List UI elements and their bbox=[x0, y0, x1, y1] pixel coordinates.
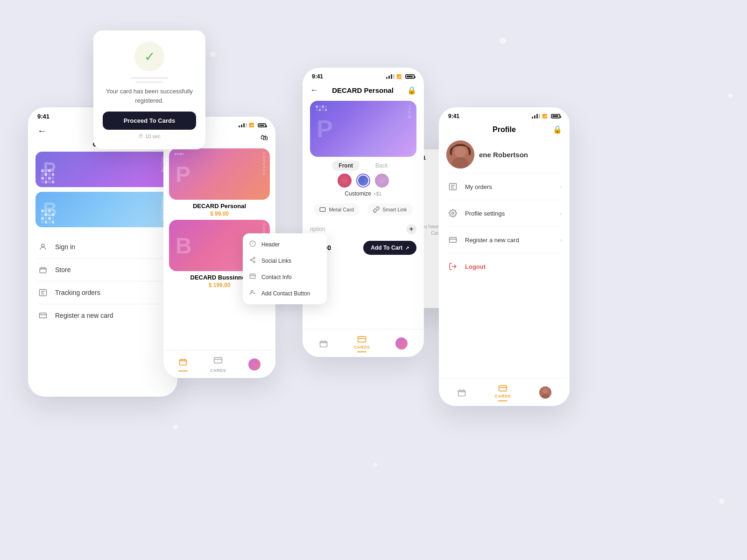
ctx-header[interactable]: Header bbox=[243, 236, 327, 252]
ctx-social-label: Social Links bbox=[261, 258, 291, 264]
cards-nav-dot-3 bbox=[357, 351, 366, 352]
social-icon bbox=[249, 257, 257, 265]
success-message: Your card has been successfully register… bbox=[103, 87, 196, 105]
success-popup: ✓ Your card has been successfully regist… bbox=[93, 30, 205, 149]
checkmark-icon: ✓ bbox=[144, 49, 155, 64]
cards-nav-label-5: CARDS bbox=[495, 394, 511, 399]
smart-link-btn[interactable]: Smart Link bbox=[367, 203, 413, 216]
nav-profile-2[interactable] bbox=[248, 358, 261, 371]
status-icons-3: 📶 bbox=[386, 74, 415, 79]
nav-avatar-2 bbox=[248, 358, 261, 371]
ctx-social[interactable]: Social Links bbox=[243, 252, 327, 269]
add-description-btn[interactable]: + bbox=[406, 224, 416, 234]
card-preview-3: P ISSIE bbox=[310, 101, 416, 157]
nav-store-5[interactable] bbox=[457, 388, 466, 397]
nav-avatar-area-5[interactable] bbox=[539, 386, 551, 399]
profile-my-orders[interactable]: My orders › bbox=[439, 174, 570, 200]
nav-cards-5[interactable]: CARDS bbox=[495, 384, 511, 401]
battery-icon-3 bbox=[405, 74, 415, 79]
svg-rect-33 bbox=[450, 238, 457, 243]
signal-icon-3 bbox=[386, 74, 395, 79]
profile-register-card[interactable]: Register a new card › bbox=[439, 227, 570, 253]
svg-rect-20 bbox=[320, 208, 326, 211]
ctx-contact[interactable]: Contact Info bbox=[243, 269, 327, 285]
clock-icon: ⏱ bbox=[138, 133, 143, 139]
back-button[interactable]: Back bbox=[369, 161, 395, 171]
menu-item-tracking[interactable]: Tracking orders › bbox=[28, 281, 177, 304]
nav-store[interactable] bbox=[178, 357, 188, 371]
ctx-add-contact-label: Add Contact Button bbox=[261, 290, 310, 297]
register-label: Register a new card bbox=[55, 312, 113, 319]
time-3: 9:41 bbox=[312, 73, 323, 80]
tracking-icon bbox=[37, 287, 49, 298]
register-card-icon-5 bbox=[446, 233, 459, 246]
proceed-cards-button[interactable]: Proceed To Cards bbox=[103, 112, 196, 130]
signin-label: Sign in bbox=[55, 243, 75, 251]
svg-rect-22 bbox=[358, 336, 366, 342]
cart-arrow-icon: ↗ bbox=[405, 245, 409, 251]
back-button-3[interactable]: ← bbox=[310, 85, 318, 95]
menu-item-signin[interactable]: Sign in › bbox=[28, 236, 177, 258]
menu-item-register[interactable]: Register a new card › bbox=[28, 304, 177, 327]
svg-point-29 bbox=[455, 146, 466, 157]
back-button-1[interactable]: ← bbox=[37, 126, 47, 136]
header-icon bbox=[249, 240, 257, 248]
ctx-contact-label: Contact Info bbox=[261, 274, 292, 280]
svg-point-13 bbox=[254, 261, 255, 263]
tracking-label: Tracking orders bbox=[55, 289, 100, 296]
svg-rect-16 bbox=[250, 274, 255, 278]
profile-avatar-area: ene Robertson bbox=[439, 136, 570, 173]
status-bar-5: 9:41 📶 bbox=[439, 107, 570, 121]
svg-point-40 bbox=[543, 389, 548, 393]
card-item-cameron[interactable]: B CAMERON bbox=[35, 192, 170, 227]
decard-title: DECARD Personal bbox=[318, 86, 407, 94]
menu-item-store[interactable]: Store › bbox=[28, 259, 177, 281]
success-icon-circle: ✓ bbox=[134, 42, 164, 71]
metal-card-btn[interactable]: Metal Card bbox=[314, 203, 359, 216]
logout-item[interactable]: Logout bbox=[439, 253, 570, 280]
card-item-jacob[interactable]: P JACOB bbox=[35, 152, 170, 187]
signin-icon bbox=[37, 241, 49, 252]
profile-header: Profile 🔒 bbox=[439, 121, 570, 136]
register-card-label-5: Register a new card bbox=[465, 237, 519, 244]
nav-cards-2[interactable]: CARDS bbox=[210, 356, 226, 373]
nav-profile-3[interactable] bbox=[395, 337, 408, 350]
customize-label: Customize bbox=[345, 190, 371, 197]
status-icons-5: 📶 bbox=[532, 114, 560, 119]
color-swatches bbox=[303, 174, 424, 188]
bottom-nav-decard: CARDS bbox=[303, 329, 424, 357]
wifi-icon-5: 📶 bbox=[542, 114, 547, 119]
cards-nav-dot-5 bbox=[498, 400, 507, 401]
profile-settings-label: Profile settings bbox=[465, 210, 505, 217]
product-name-1: DECARD Personal bbox=[169, 203, 270, 210]
ctx-add-contact[interactable]: Add Contact Button bbox=[243, 285, 327, 301]
product-img-personal: P CAMERON bbox=[169, 148, 270, 200]
cart-icon[interactable]: 🛍 bbox=[261, 133, 268, 142]
time-5: 9:41 bbox=[448, 113, 459, 119]
timer-value: 10 sec bbox=[145, 133, 160, 139]
store-icon bbox=[37, 264, 49, 275]
swatch-blue[interactable] bbox=[356, 174, 370, 188]
svg-point-17 bbox=[251, 290, 254, 293]
profile-avatar bbox=[446, 140, 474, 168]
features-row: Metal Card Smart Link bbox=[303, 199, 424, 220]
swatch-purple[interactable] bbox=[375, 174, 389, 188]
svg-point-11 bbox=[254, 257, 255, 259]
product-card-personal[interactable]: P CAMERON DECARD Personal $ 99.00 bbox=[169, 148, 270, 217]
card-preview-name: ISSIE bbox=[408, 105, 412, 152]
cards-nav-label-2: CARDS bbox=[210, 368, 226, 373]
metal-card-label: Metal Card bbox=[329, 207, 354, 212]
swatch-red[interactable] bbox=[338, 174, 352, 188]
phone-cards-menu: 9:41 📶 ← Cards P JACOB B bbox=[28, 107, 177, 397]
nav-store-3[interactable] bbox=[319, 339, 328, 348]
smart-link-label: Smart Link bbox=[382, 207, 407, 212]
profile-settings-item[interactable]: Profile settings › bbox=[439, 200, 570, 226]
product-price-1: $ 99.00 bbox=[169, 210, 270, 217]
svg-rect-6 bbox=[214, 357, 222, 363]
register-card-icon bbox=[37, 310, 49, 321]
front-button[interactable]: Front bbox=[332, 161, 359, 171]
nav-cards-3[interactable]: CARDS bbox=[354, 335, 370, 352]
battery-icon-5 bbox=[551, 114, 560, 119]
add-to-cart-btn[interactable]: Add To Cart ↗ bbox=[363, 241, 416, 255]
lock-icon-3: 🔒 bbox=[407, 86, 416, 95]
